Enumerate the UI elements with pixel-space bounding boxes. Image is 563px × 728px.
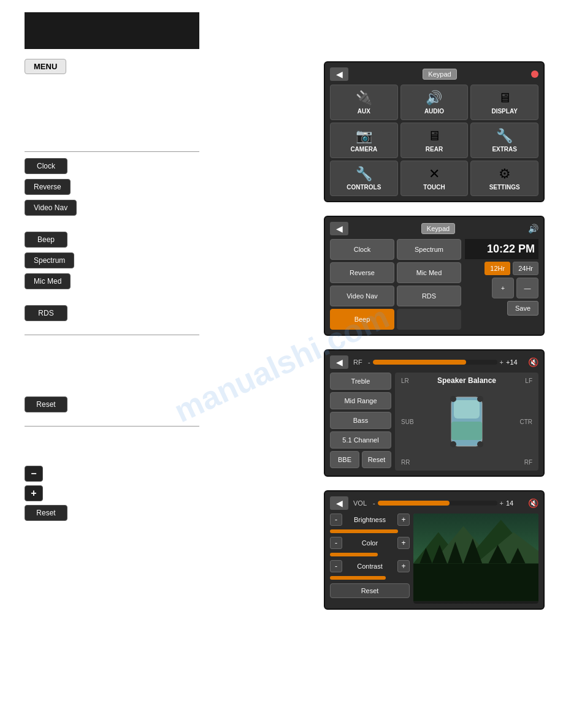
display-mute-icon: 🔇 — [528, 498, 538, 508]
svg-rect-2 — [451, 422, 482, 440]
display-preview — [413, 514, 538, 604]
svg-point-3 — [450, 396, 456, 402]
menu-cell-touch[interactable]: ✕ TOUCH — [400, 161, 469, 196]
vol-plus-label: + — [500, 499, 504, 507]
rds-button[interactable]: RDS — [25, 305, 67, 321]
settings-label: SETTINGS — [489, 184, 520, 191]
rds-ctrl-btn[interactable]: RDS — [397, 286, 461, 306]
rf-plus-label: + — [500, 358, 504, 366]
beep-button[interactable]: Beep — [25, 232, 67, 248]
display-label: DISPLAY — [491, 108, 517, 115]
divider-1 — [25, 151, 199, 152]
rear-icon: 🖥 — [427, 128, 441, 144]
vol-bar-fill — [378, 501, 450, 506]
menu-cell-controls[interactable]: 🔧 CONTROLS — [330, 161, 398, 196]
brightness-bar — [330, 529, 398, 533]
vol-label: VOL — [353, 499, 370, 507]
ctrl-minus-btn[interactable]: — — [516, 278, 538, 298]
extras-icon: 🔧 — [496, 128, 513, 144]
reset-button-2[interactable]: Reset — [25, 505, 67, 521]
balance-sub-label: SUB — [401, 419, 414, 425]
speaker-balance-panel: Speaker Balance LR LF SUB CTR RR RF — [395, 373, 538, 471]
video-nav-button[interactable]: Video Nav — [25, 200, 77, 216]
audio-icon: 🔊 — [426, 90, 442, 106]
color-label: Color — [345, 539, 395, 547]
vol-bar-track — [378, 501, 497, 506]
clock-button[interactable]: Clock — [25, 158, 67, 174]
menu-cell-camera[interactable]: 📷 CAMERA — [330, 123, 398, 158]
beep-ctrl-btn[interactable]: Beep — [330, 309, 394, 330]
spectrum-ctrl-btn[interactable]: Spectrum — [397, 239, 461, 260]
rf-bar-row: RF - + +14 — [353, 358, 523, 366]
reset-button-1[interactable]: Reset — [25, 396, 67, 412]
audio-label: AUDIO — [424, 108, 444, 115]
controls-label: CONTROLS — [347, 184, 381, 191]
menu-cell-extras[interactable]: 🔧 EXTRAS — [470, 123, 538, 158]
display-top-bar: ◀ VOL - + 14 🔇 — [330, 496, 538, 510]
rear-label: REAR — [426, 146, 443, 153]
color-row: - Color + — [330, 537, 410, 549]
vol-bar-value: 14 — [506, 499, 523, 507]
audio-back-button[interactable]: ◀ — [330, 355, 348, 369]
contrast-plus[interactable]: + — [397, 560, 410, 572]
divider-2 — [25, 335, 199, 335]
reverse-ctrl-btn[interactable]: Reverse — [330, 262, 394, 283]
menu-cell-rear[interactable]: 🖥 REAR — [400, 123, 469, 158]
controls-btn-grid: Clock Spectrum Reverse Mic Med Video Nav… — [330, 239, 461, 330]
divider-3 — [25, 426, 199, 427]
menu-back-button[interactable]: ◀ — [330, 67, 348, 81]
vol-minus-label: - — [373, 499, 375, 507]
mic-med-button[interactable]: Mic Med — [25, 273, 71, 289]
brightness-row: - Brightness + — [330, 514, 410, 526]
left-column: MENU Clock Reverse Video Nav Beep Spectr… — [25, 12, 221, 526]
mic-med-ctrl-btn[interactable]: Mic Med — [397, 262, 461, 283]
rf-minus-label: - — [368, 358, 370, 366]
spectrum-button[interactable]: Spectrum — [25, 252, 74, 268]
menu-cell-audio[interactable]: 🔊 AUDIO — [400, 85, 469, 120]
audio-screen: ◀ RF - + +14 🔇 Treble Mid Range Bass 5.1… — [324, 349, 545, 477]
contrast-minus[interactable]: - — [330, 560, 342, 572]
display-back-button[interactable]: ◀ — [330, 496, 348, 510]
brightness-plus[interactable]: + — [397, 514, 410, 526]
bass-button[interactable]: Bass — [330, 412, 391, 429]
brightness-minus[interactable]: - — [330, 514, 342, 526]
contrast-row: - Contrast + — [330, 560, 410, 572]
time-display: 10:22 PM — [465, 239, 538, 259]
balance-lr-label: LR — [401, 377, 409, 384]
menu-keypad-button[interactable]: Keypad — [423, 69, 456, 80]
mid-range-button[interactable]: Mid Range — [330, 392, 391, 409]
plus-button[interactable]: + — [25, 485, 43, 501]
controls-keypad-button[interactable]: Keypad — [421, 223, 455, 234]
black-bar — [25, 12, 199, 49]
menu-button[interactable]: MENU — [25, 59, 66, 74]
camera-label: CAMERA — [350, 146, 377, 153]
hr12-button[interactable]: 12Hr — [484, 262, 510, 275]
hr24-button[interactable]: 24Hr — [513, 262, 538, 275]
bbe-button[interactable]: BBE — [330, 451, 359, 468]
car-diagram — [445, 388, 488, 455]
clock-ctrl-btn[interactable]: Clock — [330, 239, 394, 260]
menu-cell-aux[interactable]: 🔌 AUX — [330, 85, 398, 120]
touch-label: TOUCH — [423, 184, 445, 191]
menu-grid: 🔌 AUX 🔊 AUDIO 🖥 DISPLAY 📷 CAMERA 🖥 REAR … — [330, 85, 538, 196]
save-button[interactable]: Save — [507, 301, 538, 316]
controls-back-button[interactable]: ◀ — [330, 222, 348, 235]
treble-button[interactable]: Treble — [330, 373, 391, 390]
audio-reset-button[interactable]: Reset — [362, 451, 391, 468]
contrast-bar — [330, 576, 386, 580]
color-minus[interactable]: - — [330, 537, 342, 549]
rf-bar-value: +14 — [506, 358, 523, 366]
landscape-preview — [413, 514, 538, 604]
video-nav-ctrl-btn[interactable]: Video Nav — [330, 286, 394, 306]
color-plus[interactable]: + — [397, 537, 410, 549]
svg-rect-12 — [413, 564, 538, 601]
speaker-left-buttons: Treble Mid Range Bass 5.1 Channel BBE Re… — [330, 373, 391, 471]
menu-cell-display[interactable]: 🖥 DISPLAY — [470, 85, 538, 120]
channel-51-button[interactable]: 5.1 Channel — [330, 431, 391, 449]
menu-cell-settings[interactable]: ⚙ SETTINGS — [470, 161, 538, 196]
balance-lf-label: LF — [525, 377, 532, 384]
reverse-button[interactable]: Reverse — [25, 179, 71, 195]
ctrl-plus-btn[interactable]: + — [492, 278, 514, 298]
minus-button[interactable]: − — [25, 466, 43, 482]
display-reset-button[interactable]: Reset — [330, 583, 410, 598]
